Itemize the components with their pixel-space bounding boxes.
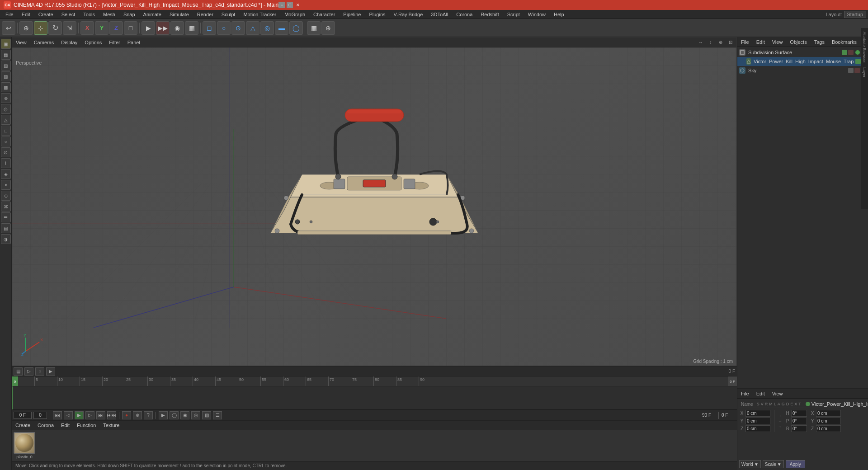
sidebar-btn-deformer[interactable]: ◎ [1,104,11,114]
toolbar-obj-cylinder[interactable]: ⊙ [231,21,245,35]
menu-create[interactable]: Create [35,11,57,18]
attr-inp-rot-b[interactable] [791,425,807,432]
toolbar-undo[interactable]: ↩ [2,21,15,35]
toolbar-mode-x[interactable]: X [80,21,94,35]
sidebar-btn-camera[interactable]: □ [1,126,11,136]
attr-inp-scale-x[interactable] [816,410,841,417]
object-item-mousetrap[interactable]: Victor_Power_Kill_High_Impact_Mouse_Trap [737,57,868,66]
sidebar-btn-generator[interactable]: △ [1,115,11,125]
pb-btn-next-frame[interactable]: ▷ [85,411,94,419]
menu-simulate[interactable]: Simulate [166,11,193,18]
om-menu-objects[interactable]: Objects [788,38,808,46]
timeline-track[interactable] [12,386,737,409]
toolbar-obj-disc[interactable]: ◯ [289,21,303,35]
toolbar-mode-z[interactable]: Z [109,21,123,35]
pb-btn-prev-frame[interactable]: ◁ [64,411,73,419]
tl-btn-new[interactable]: ▤ [14,367,23,376]
toolbar-render-view[interactable]: ▶▶ [156,21,170,35]
sidebar-btn-dynamics[interactable]: ▤ [1,223,11,233]
menu-select[interactable]: Select [58,11,79,18]
sidebar-btn-render[interactable]: ⊙ [1,191,11,201]
pb-btn-jump-end[interactable]: ⏭ [96,411,105,419]
pb-btn-sound[interactable]: ☰ [213,411,222,419]
tl-btn-options[interactable]: ▶ [46,367,55,376]
object-item-subdivision[interactable]: Subdivision Surface [737,48,868,57]
close-button[interactable]: ✕ [295,2,301,8]
maximize-button[interactable]: □ [287,2,293,8]
pb-btn-auto[interactable]: ⊕ [133,411,142,419]
menu-character[interactable]: Character [310,11,339,18]
menu-sculpt[interactable]: Sculpt [218,11,239,18]
menu-snap[interactable]: Snap [120,11,139,18]
pb-btn-render-icon[interactable]: ◎ [191,411,200,419]
toolbar-new-obj[interactable]: ⊕ [19,21,33,35]
obj-vis-subdiv[interactable] [842,50,847,55]
attr-inp-rot-p[interactable] [791,418,807,424]
obj-render-sky[interactable] [854,68,860,73]
attr-scale-mode-dropdown[interactable]: Scale ▼ [763,460,784,468]
pb-btn-grid[interactable]: ▧ [202,411,211,419]
sidebar-btn-sculpt[interactable]: ▨ [1,71,11,81]
menu-render[interactable]: Render [193,11,217,18]
toolbar-snap[interactable]: ⊕ [321,21,335,35]
menu-pipeline[interactable]: Pipeline [340,11,364,18]
toolbar-render-region[interactable]: ▶ [142,21,155,35]
toolbar-mode-y[interactable]: Y [95,21,108,35]
pb-btn-record[interactable]: ● [122,411,131,419]
om-menu-tags[interactable]: Tags [812,38,826,46]
obj-vis-sky[interactable] [848,68,854,73]
viewport-menu-options[interactable]: Options [83,39,104,46]
toolbar-obj-cube[interactable]: ◻ [203,21,216,35]
viewport-menu-cameras[interactable]: Cameras [32,39,56,46]
menu-animate[interactable]: Animate [140,11,165,18]
sidebar-btn-scene[interactable]: ◈ [1,169,11,179]
attr-inp-scale-z[interactable] [816,425,841,432]
pb-btn-preview[interactable]: ▶ [159,411,168,419]
menu-file[interactable]: File [2,11,17,18]
toolbar-grid[interactable]: ▦ [307,21,321,35]
toolbar-move[interactable]: ⊹ [34,21,47,35]
viewport-container[interactable]: View Cameras Display Options Filter Pane… [12,37,737,366]
tl-btn-record[interactable]: ○ [35,367,44,376]
pb-btn-jump-start[interactable]: ⏮ [53,411,62,419]
pb-btn-play[interactable]: ▶ [75,411,84,419]
menu-window[interactable]: Window [524,11,549,18]
om-menu-file[interactable]: File [739,38,751,46]
frame-input-field[interactable] [33,412,47,419]
menu-edit[interactable]: Edit [18,11,34,18]
menu-tools[interactable]: Tools [80,11,99,18]
sidebar-btn-anim[interactable]: ⌘ [1,202,11,212]
sidebar-btn-env[interactable]: ∅ [1,147,11,157]
vert-tab-attribute-browser[interactable]: Attribute Browser [861,30,868,65]
obj-render-subdiv[interactable] [848,50,854,55]
om-menu-bookmarks[interactable]: Bookmarks [830,38,859,46]
mat-menu-create[interactable]: Create [14,422,32,429]
menu-mograph[interactable]: MoGraph [281,11,309,18]
attr-coord-system-dropdown[interactable]: World ▼ [739,460,761,468]
material-item-plastic[interactable]: plastic_0 [14,432,35,459]
sidebar-btn-mesh[interactable]: ▦ [1,50,11,60]
sidebar-btn-model[interactable]: ▣ [1,39,11,49]
menu-help[interactable]: Help [550,11,568,18]
sidebar-btn-spline[interactable]: ▩ [1,82,11,92]
om-menu-view[interactable]: View [770,38,785,46]
toolbar-obj-plane[interactable]: ▬ [275,21,288,35]
viewport-menu-view[interactable]: View [14,39,28,46]
pb-btn-ping-pong[interactable]: ◉ [180,411,189,419]
minimize-button[interactable]: − [278,2,285,8]
timeline-playhead[interactable] [12,386,13,409]
viewport-move-icon[interactable]: ↔ [697,38,705,47]
attr-inp-pos-z[interactable] [745,425,770,432]
toolbar-obj-torus[interactable]: ◎ [260,21,274,35]
viewport-menu-display[interactable]: Display [59,39,79,46]
toolbar-obj-sphere[interactable]: ○ [217,21,231,35]
mat-menu-corona[interactable]: Corona [36,422,56,429]
layout-value[interactable]: Startup [844,11,866,18]
pb-btn-jump-end-2[interactable]: ⏭⏭ [107,411,116,419]
viewport-maximize-icon[interactable]: ⊡ [726,38,735,47]
sidebar-btn-tag[interactable]: ⌇ [1,158,11,168]
mat-menu-function[interactable]: Function [75,422,98,429]
attr-inp-scale-y[interactable] [816,418,841,424]
sidebar-btn-nurbs[interactable]: ⊕ [1,93,11,103]
menu-3dtoall[interactable]: 3DToAll [427,11,452,18]
